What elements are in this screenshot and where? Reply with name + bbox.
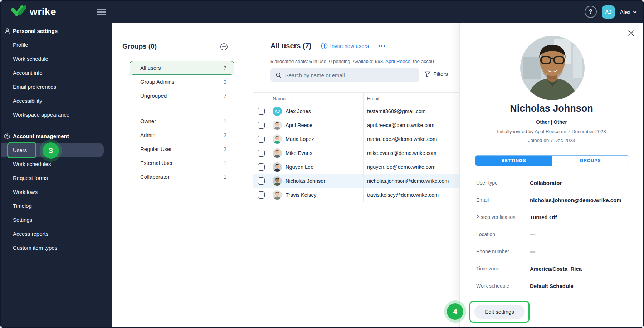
field-value: nicholas.johnson@demo.wrike.com xyxy=(530,197,636,203)
group-item-label: Ungrouped xyxy=(140,93,167,99)
field-value: — xyxy=(530,249,636,255)
row-checkbox[interactable] xyxy=(258,177,265,185)
sidebar-item-custom-item-types[interactable]: Custom item types xyxy=(1,241,112,255)
avatar[interactable]: AJ xyxy=(602,5,615,19)
group-item-count: 7 xyxy=(224,65,226,71)
help-icon[interactable]: ? xyxy=(585,6,597,18)
user-email: nicholas.johnson@demo.wrike.com xyxy=(367,178,449,184)
group-item-collaborator[interactable]: Collaborator1 xyxy=(130,170,234,184)
invite-new-users-button[interactable]: Invite new users xyxy=(321,43,369,49)
sidebar-section-personal-settings[interactable]: Personal settings xyxy=(1,24,112,38)
sidebar-item-request-forms[interactable]: Request forms xyxy=(1,171,112,185)
sidebar-item-label: Account info xyxy=(13,70,43,76)
gear-icon xyxy=(4,133,11,139)
field-phone-number: Phone number— xyxy=(476,243,636,260)
filters-button[interactable]: Filters xyxy=(424,71,448,77)
group-item-group-admins[interactable]: Group Admins0 xyxy=(130,75,234,89)
group-item-regular-user[interactable]: Regular User2 xyxy=(130,142,234,156)
seats-summary: 6 allocated seats: 6 in use, 0 pending. … xyxy=(270,59,434,64)
group-item-owner[interactable]: Owner1 xyxy=(130,114,234,128)
field-location: Location— xyxy=(476,226,636,243)
row-checkbox[interactable] xyxy=(258,163,265,171)
wrike-logo-text: wrike xyxy=(30,6,56,18)
column-header-name[interactable]: Name↑ xyxy=(269,93,364,104)
row-checkbox[interactable] xyxy=(258,136,265,143)
avatar xyxy=(273,134,282,144)
field-user-type: User typeCollaborator xyxy=(476,174,636,191)
field-label: User type xyxy=(476,180,530,186)
user-email: maria.lopez@demo.wrike.com xyxy=(367,136,437,142)
avatar xyxy=(273,190,282,200)
group-item-count: 2 xyxy=(224,132,226,138)
sidebar-item-access-reports[interactable]: Access reports xyxy=(1,227,112,241)
seats-owner-link[interactable]: April Reece xyxy=(385,59,410,64)
sidebar-item-work-schedule[interactable]: Work schedule xyxy=(1,52,112,66)
field-work-schedule: Work scheduleDefault Schedule xyxy=(476,277,636,294)
user-email: april.reece@demo.wrike.com xyxy=(367,122,434,128)
wrike-admin-window: wrike ? AJ Alex Personal settingsProfile… xyxy=(0,0,644,328)
close-icon[interactable] xyxy=(628,30,635,37)
sidebar-item-work-schedules[interactable]: Work schedules xyxy=(1,157,112,171)
group-item-label: Owner xyxy=(140,118,156,124)
field-email: Emailnicholas.johnson@demo.wrike.com xyxy=(476,191,636,209)
user-menu[interactable]: Alex xyxy=(620,9,637,15)
user-search[interactable] xyxy=(270,68,419,82)
row-checkbox[interactable] xyxy=(258,191,265,199)
sidebar-item-email-preferences[interactable]: Email preferences xyxy=(1,80,112,94)
avatar xyxy=(273,148,282,158)
sidebar-item-settings[interactable]: Settings xyxy=(1,213,112,227)
detail-invited-line: Initially invited by April Reece on 7 De… xyxy=(460,129,643,134)
sidebar-item-workspace-appearance[interactable]: Workspace appearance xyxy=(1,108,112,122)
group-list: All users7Group Admins0Ungrouped7Owner1A… xyxy=(130,61,234,184)
field-label: Work schedule xyxy=(476,283,530,289)
group-item-ungrouped[interactable]: Ungrouped7 xyxy=(130,89,234,103)
detail-user-role: Other | Other xyxy=(460,119,643,125)
row-checkbox[interactable] xyxy=(258,122,265,129)
sidebar-item-workflows[interactable]: Workflows xyxy=(1,185,112,199)
group-item-count: 0 xyxy=(224,79,226,85)
sidebar-item-profile[interactable]: Profile xyxy=(1,38,112,52)
user-name: Maria Lopez xyxy=(286,136,314,142)
row-checkbox[interactable] xyxy=(258,108,265,115)
sidebar-item-account-info[interactable]: Account info xyxy=(1,66,112,80)
user-email: mike.evans@demo.wrike.com xyxy=(367,150,436,156)
tab-groups[interactable]: GROUPS xyxy=(552,156,629,166)
hamburger-menu-icon[interactable] xyxy=(97,8,106,16)
row-checkbox[interactable] xyxy=(258,150,265,157)
sidebar-item-label: Settings xyxy=(13,217,32,223)
wrike-logo[interactable]: wrike xyxy=(11,5,56,19)
group-item-admin[interactable]: Admin2 xyxy=(130,128,234,142)
group-item-count: 2 xyxy=(224,146,226,152)
wrike-logo-icon xyxy=(11,5,26,19)
sidebar-item-timelog[interactable]: Timelog xyxy=(1,199,112,213)
group-item-count: 1 xyxy=(224,160,226,166)
avatar xyxy=(273,176,282,186)
sidebar-section-account-management[interactable]: Account management xyxy=(1,129,112,143)
edit-settings-button[interactable]: Edit settings xyxy=(474,305,525,319)
group-item-label: All users xyxy=(140,65,161,71)
field-time-zone: Time zoneAmerica/Costa_Rica xyxy=(476,260,636,277)
tab-settings[interactable]: SETTINGS xyxy=(475,156,552,166)
field-2-step-verification: 2-step verificationTurned Off xyxy=(476,209,636,226)
search-input[interactable] xyxy=(285,72,414,78)
chevron-down-icon xyxy=(633,11,637,13)
sidebar-item-label: Users xyxy=(13,147,27,153)
user-photo xyxy=(520,36,585,100)
detail-user-name: Nicholas Johnson xyxy=(460,103,643,114)
user-email: testamit3609@gmail.com xyxy=(367,108,426,114)
add-group-icon[interactable] xyxy=(220,43,228,52)
detail-joined-line: Joined on 7 Dec 2023 xyxy=(460,138,643,143)
topbar: wrike ? AJ Alex xyxy=(1,1,643,23)
group-item-label: Collaborator xyxy=(140,174,170,180)
more-actions-button[interactable]: ••• xyxy=(378,43,386,49)
sidebar-item-label: Workflows xyxy=(13,189,38,195)
user-detail-panel: Nicholas Johnson Other | Other Initially… xyxy=(459,23,643,327)
annotation-step-3: 3 xyxy=(43,142,59,159)
group-item-external-user[interactable]: External User1 xyxy=(130,156,234,170)
group-list-divider xyxy=(140,108,227,108)
field-value: Collaborator xyxy=(530,180,636,186)
sidebar-item-accessibility[interactable]: Accessibility xyxy=(1,94,112,108)
group-item-all-users[interactable]: All users7 xyxy=(130,61,234,75)
group-item-count: 1 xyxy=(224,174,226,180)
field-value: America/Costa_Rica xyxy=(530,266,636,272)
